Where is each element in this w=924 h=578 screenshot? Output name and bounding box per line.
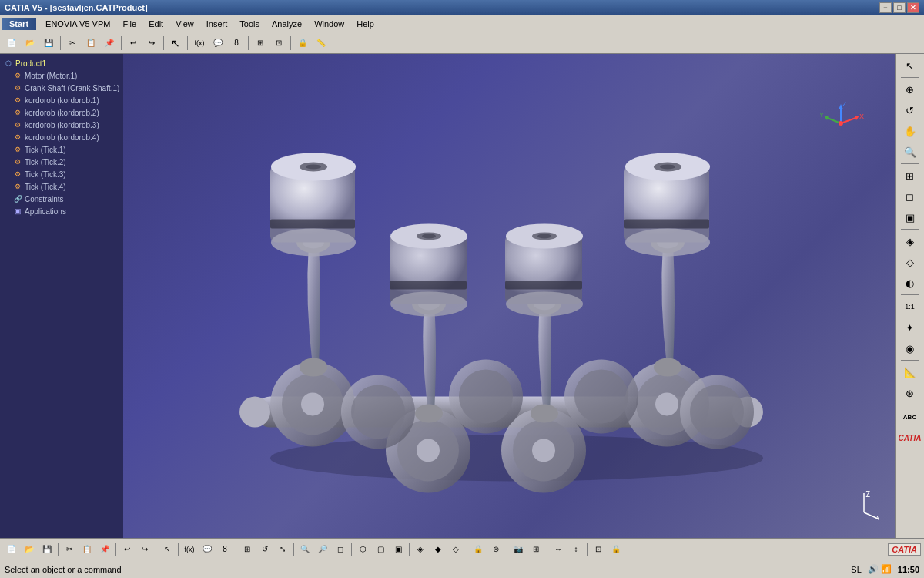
bt-btn-view-front[interactable]: ▢ (372, 541, 389, 558)
new-button[interactable]: 📄 (3, 35, 20, 52)
top-toolbar: 📄 📂 💾 ✂ 📋 📌 ↩ ↪ ↖ f(x) 💬 8 ⊞ ⊡ 🔒 📏 (0, 32, 924, 54)
cursor-button[interactable]: ↖ (167, 35, 184, 52)
tree-item-motor[interactable]: ⚙ Motor (Motor.1) (11, 69, 122, 82)
formula-button[interactable]: f(x) (191, 35, 208, 52)
macro-button[interactable]: 💬 (209, 35, 226, 52)
bt-btn-shade1[interactable]: ◈ (412, 541, 429, 558)
rt-btn-zoom[interactable]: 🔍 (899, 142, 921, 162)
rt-btn-view2[interactable]: ▣ (899, 207, 921, 227)
bt-btn-speech[interactable]: 💬 (199, 541, 216, 558)
meas-button[interactable]: 📏 (313, 35, 330, 52)
constraint-button[interactable]: 🔒 (294, 35, 311, 52)
rt-btn-view1[interactable]: ◻ (899, 187, 921, 207)
menubar: Start ENOVIA V5 VPM File Edit View Inser… (0, 15, 924, 32)
undo-button[interactable]: ↩ (125, 35, 142, 52)
bt-btn-end[interactable]: ⊡ (590, 541, 607, 558)
rt-btn-abc[interactable]: ABC (899, 407, 921, 427)
menu-start[interactable]: Start (2, 18, 36, 30)
menu-help[interactable]: Help (350, 18, 380, 30)
bt-btn-cursor[interactable]: ↖ (159, 541, 176, 558)
tree-item-tick4[interactable]: ⚙ Tick (Tick.4) (11, 180, 122, 193)
bt-btn-8[interactable]: 8 (216, 541, 233, 558)
redo-button[interactable]: ↪ (143, 35, 160, 52)
bt-btn-shade2[interactable]: ◆ (430, 541, 447, 558)
tree-item-applications[interactable]: ▣ Applications (11, 205, 122, 217)
bt-sep-9 (467, 543, 467, 556)
bt-btn-zoom-in[interactable]: 🔍 (296, 541, 313, 558)
tree-item-kordorob1[interactable]: ⚙ kordorob (kordorob.1) (11, 94, 122, 106)
tree-item-kordorob2[interactable]: ⚙ kordorob (kordorob.2) (11, 106, 122, 119)
catia-logo-btn[interactable]: CATIA (896, 428, 924, 448)
rt-btn-pan[interactable]: ✋ (899, 121, 921, 141)
menu-enovia[interactable]: ENOVIA V5 VPM (39, 18, 116, 30)
rt-btn-hide[interactable]: ◐ (899, 273, 921, 293)
tree-item-tick1[interactable]: ⚙ Tick (Tick.1) (11, 143, 122, 156)
rt-btn-rotate[interactable]: ↺ (899, 100, 921, 120)
copy-button[interactable]: 📋 (82, 35, 99, 52)
rt-btn-analyze[interactable]: ⊛ (899, 383, 921, 403)
menu-file[interactable]: File (116, 18, 142, 30)
bt-btn-fx[interactable]: f(x) (181, 541, 198, 558)
menu-view[interactable]: View (169, 18, 200, 30)
bt-btn-1[interactable]: 📄 (3, 541, 20, 558)
tree-item-product1[interactable]: ⬡ Product1 (2, 57, 122, 69)
menu-insert[interactable]: Insert (200, 18, 234, 30)
bt-btn-tool1[interactable]: 🔒 (608, 541, 624, 558)
cut-button[interactable]: ✂ (64, 35, 81, 52)
rt-btn-shade[interactable]: ◈ (899, 231, 921, 251)
grid-button[interactable]: ⊞ (252, 35, 269, 52)
svg-point-67 (574, 369, 628, 423)
rt-btn-cursor[interactable]: ↖ (899, 55, 921, 76)
bt-btn-snap[interactable]: 🔒 (470, 541, 487, 558)
bt-btn-move[interactable]: ⊞ (239, 541, 256, 558)
bt-btn-2[interactable]: 📂 (21, 541, 38, 558)
bt-btn-save[interactable]: 💾 (38, 541, 55, 558)
menu-window[interactable]: Window (308, 18, 350, 30)
bt-btn-scale[interactable]: ⤡ (274, 541, 291, 558)
tree-item-constraints[interactable]: 🔗 Constraints (11, 193, 122, 205)
rt-btn-section[interactable]: ✦ (899, 318, 921, 338)
paste-button[interactable]: 📌 (101, 35, 118, 52)
bt-btn-undo[interactable]: ↩ (119, 541, 136, 558)
bt-btn-cut[interactable]: ✂ (61, 541, 78, 558)
3d-viewport[interactable]: Z X Y (123, 54, 895, 538)
rt-btn-dim[interactable]: 1:1 (899, 297, 921, 317)
menu-analyze[interactable]: Analyze (266, 18, 308, 30)
tree-item-tick3[interactable]: ⚙ Tick (Tick.3) (11, 168, 122, 180)
maximize-button[interactable]: □ (893, 2, 906, 13)
bt-btn-zoom-out[interactable]: 🔎 (314, 541, 331, 558)
tree-item-tick2[interactable]: ⚙ Tick (Tick.2) (11, 156, 122, 168)
minimize-button[interactable]: − (879, 2, 892, 13)
rt-btn-fit[interactable]: ⊞ (899, 166, 921, 186)
svg-line-3 (841, 117, 858, 123)
bt-btn-dim1[interactable]: ↔ (550, 541, 567, 558)
menu-edit[interactable]: Edit (142, 18, 169, 30)
bt-btn-paste[interactable]: 📌 (96, 541, 113, 558)
bt-btn-misc1[interactable]: ⊜ (487, 541, 504, 558)
axis-indicator: Z X Y (818, 100, 864, 146)
snap-button[interactable]: ⊡ (270, 35, 287, 52)
bt-btn-dim2[interactable]: ↕ (567, 541, 584, 558)
rt-btn-clip[interactable]: ◉ (899, 338, 921, 358)
close-button[interactable]: ✕ (907, 2, 919, 13)
bt-btn-view-side[interactable]: ▣ (390, 541, 407, 558)
bt-btn-copy[interactable]: 📋 (79, 541, 95, 558)
bt-btn-view-iso[interactable]: ⬡ (354, 541, 371, 558)
bt-btn-rotate[interactable]: ↺ (256, 541, 273, 558)
tree-item-kordorob3[interactable]: ⚙ kordorob (kordorob.3) (11, 119, 122, 131)
bt-btn-misc3[interactable]: ⊞ (527, 541, 544, 558)
menu-tools[interactable]: Tools (233, 18, 266, 30)
status-message: Select an object or a command (5, 565, 122, 574)
open-button[interactable]: 📂 (22, 35, 38, 52)
num-button[interactable]: 8 (228, 35, 245, 52)
rt-btn-measure[interactable]: 📐 (899, 362, 921, 382)
bt-btn-redo[interactable]: ↪ (136, 541, 153, 558)
tree-item-kordorob4[interactable]: ⚙ kordorob (kordorob.4) (11, 131, 122, 143)
save-button[interactable]: 💾 (40, 35, 57, 52)
bt-btn-misc2[interactable]: 📷 (510, 541, 527, 558)
bt-btn-fit[interactable]: ◻ (332, 541, 349, 558)
bt-btn-shade3[interactable]: ◇ (447, 541, 464, 558)
rt-btn-wire[interactable]: ◇ (899, 252, 921, 272)
tree-item-crankshaft[interactable]: ⚙ Crank Shaft (Crank Shaft.1) (11, 82, 122, 94)
rt-btn-select[interactable]: ⊕ (899, 79, 921, 99)
